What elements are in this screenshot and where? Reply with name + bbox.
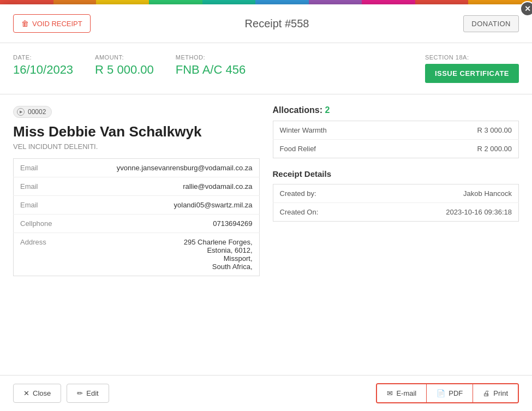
receipt-detail-label: Created On: <box>273 203 370 222</box>
contact-badge: ▶ 00002 <box>13 106 52 118</box>
email-icon: ✉ <box>387 389 393 397</box>
date-value: 16/10/2023 <box>13 63 73 76</box>
contact-field-label: Email <box>14 177 59 196</box>
contact-table-row: Address295 Charlene Forges,Estonia, 6012… <box>14 233 260 276</box>
contact-subtitle: VEL INCIDUNT DELENITI. <box>13 142 260 151</box>
modal-container: ✕ 🗑 VOID RECEIPT Receipt #558 DONATION D… <box>0 4 532 411</box>
rainbow-bar <box>0 0 532 4</box>
allocations-label: Allocations: <box>273 105 325 115</box>
receipt-details-title: Receipt Details <box>273 169 519 178</box>
info-row: DATE: 16/10/2023 AMOUNT: R 5 000.00 METH… <box>0 43 532 94</box>
contact-field-label: Address <box>14 233 59 276</box>
donation-badge: DONATION <box>463 15 519 32</box>
edit-icon: ✏ <box>77 389 83 397</box>
contact-table-row: Cellphone0713694269 <box>14 215 260 233</box>
contact-field-value: 0713694269 <box>59 215 259 233</box>
contact-field-value: rallie@vodamail.co.za <box>59 177 259 196</box>
method-value: FNB A/C 456 <box>176 63 246 76</box>
amount-value: R 5 000.00 <box>95 63 154 76</box>
main-content: ▶ 00002 Miss Debbie Van Schalkwyk VEL IN… <box>0 94 532 287</box>
issue-certificate-button[interactable]: ISSUE CERTIFICATE <box>425 64 519 83</box>
receipt-detail-row: Created by:Jakob Hancock <box>273 184 519 203</box>
contact-table-row: Emailrallie@vodamail.co.za <box>14 177 260 196</box>
contact-field-label: Email <box>14 196 59 215</box>
allocations-title: Allocations: 2 <box>273 105 519 115</box>
contact-field-label: Cellphone <box>14 215 59 233</box>
allocation-row: Winter WarmthR 3 000.00 <box>273 121 519 140</box>
footer-right-buttons: ✉ E-mail 📄 PDF 🖨 Print <box>376 383 519 403</box>
contact-field-value: 295 Charlene Forges,Estonia, 6012,Misspo… <box>59 233 259 276</box>
contact-table: Emailyvonne.jansevanrensburg@vodamail.co… <box>13 158 260 276</box>
pdf-button-label: PDF <box>449 389 463 397</box>
pdf-button[interactable]: 📄 PDF <box>427 384 473 402</box>
modal-overlay: NOSTRUM UT davies.keomotso@webmail.co.za… <box>0 0 532 411</box>
right-panel: Allocations: 2 Winter WarmthR 3 000.00Fo… <box>273 105 519 276</box>
section18a-field: SECTION 18A: ISSUE CERTIFICATE <box>425 54 519 83</box>
allocation-name: Food Relief <box>273 140 410 158</box>
amount-field: AMOUNT: R 5 000.00 <box>95 54 154 77</box>
print-button-label: Print <box>493 389 508 397</box>
contact-field-value: yolandi05@swartz.mil.za <box>59 196 259 215</box>
contact-badge-id: 00002 <box>28 108 46 116</box>
left-panel: ▶ 00002 Miss Debbie Van Schalkwyk VEL IN… <box>13 105 260 276</box>
allocations-count: 2 <box>325 105 330 115</box>
receipt-details-table: Created by:Jakob HancockCreated On:2023-… <box>273 184 519 222</box>
close-x-icon: ✕ <box>524 4 531 13</box>
contact-field-value: yvonne.jansevanrensburg@vodamail.co.za <box>59 159 259 177</box>
edit-button[interactable]: ✏ Edit <box>67 384 109 403</box>
date-label: DATE: <box>13 54 73 61</box>
email-button-label: E-mail <box>396 389 416 397</box>
amount-label: AMOUNT: <box>95 54 154 61</box>
email-button[interactable]: ✉ E-mail <box>377 384 427 402</box>
void-receipt-label: VOID RECEIPT <box>32 20 82 28</box>
contact-name: Miss Debbie Van Schalkwyk <box>13 123 260 140</box>
method-field: METHOD: FNB A/C 456 <box>176 54 246 77</box>
footer-left-buttons: ✕ Close ✏ Edit <box>13 384 109 403</box>
modal-header: 🗑 VOID RECEIPT Receipt #558 DONATION <box>0 4 532 43</box>
contact-table-row: Emailyvonne.jansevanrensburg@vodamail.co… <box>14 159 260 177</box>
allocation-amount: R 3 000.00 <box>410 121 519 140</box>
method-label: METHOD: <box>176 54 246 61</box>
void-receipt-button[interactable]: 🗑 VOID RECEIPT <box>13 14 91 33</box>
play-icon: ▶ <box>17 108 25 116</box>
receipt-detail-row: Created On:2023-10-16 09:36:18 <box>273 203 519 222</box>
receipt-detail-value: Jakob Hancock <box>370 184 519 203</box>
close-button[interactable]: ✕ Close <box>13 384 61 403</box>
date-field: DATE: 16/10/2023 <box>13 54 73 77</box>
allocation-name: Winter Warmth <box>273 121 410 140</box>
receipt-detail-label: Created by: <box>273 184 370 203</box>
allocation-amount: R 2 000.00 <box>410 140 519 158</box>
close-x-button[interactable]: ✕ <box>520 1 532 16</box>
print-icon: 🖨 <box>483 389 490 397</box>
section18a-label: SECTION 18A: <box>425 54 519 61</box>
allocation-row: Food ReliefR 2 000.00 <box>273 140 519 158</box>
modal-footer: ✕ Close ✏ Edit ✉ E-mail 📄 PDF 🖨 <box>0 375 532 411</box>
close-button-label: Close <box>33 389 51 397</box>
modal-title: Receipt #558 <box>91 17 464 30</box>
issue-cert-label: ISSUE CERTIFICATE <box>435 69 509 78</box>
pdf-icon: 📄 <box>437 389 445 397</box>
close-x-icon-small: ✕ <box>23 389 29 397</box>
trash-icon: 🗑 <box>21 19 29 28</box>
edit-button-label: Edit <box>86 389 98 397</box>
contact-field-label: Email <box>14 159 59 177</box>
receipt-detail-value: 2023-10-16 09:36:18 <box>370 203 519 222</box>
allocations-table: Winter WarmthR 3 000.00Food ReliefR 2 00… <box>273 121 519 158</box>
contact-table-row: Emailyolandi05@swartz.mil.za <box>14 196 260 215</box>
print-button[interactable]: 🖨 Print <box>473 384 518 402</box>
